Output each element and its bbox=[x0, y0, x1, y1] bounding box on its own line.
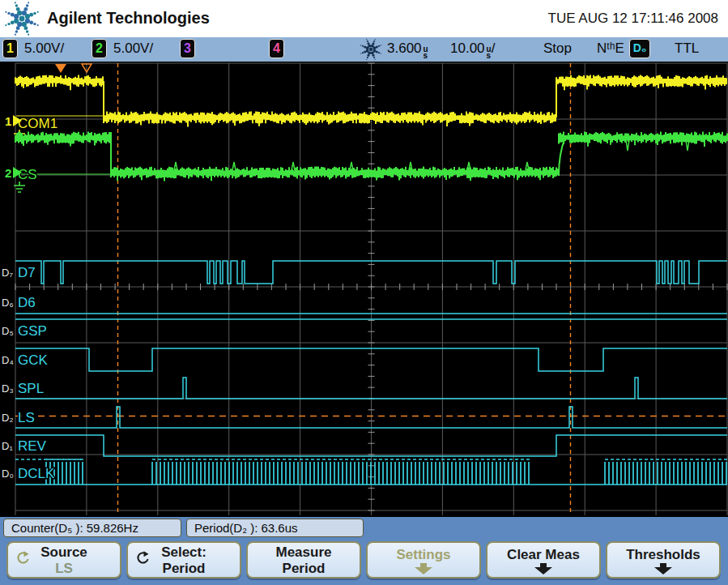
bus-id-SPL: D₃ bbox=[2, 382, 14, 395]
delay-readout: 3.600us bbox=[387, 41, 428, 59]
digital-label-GCK: GCK bbox=[18, 352, 49, 368]
waveform-display: D₇D7D₆D6D₅GSPD₄GCKD₃SPLD₂LSD₁REVD₀DCLKCO… bbox=[0, 62, 728, 517]
trigger-starburst-icon bbox=[359, 38, 383, 61]
softkey-clear-meas-label: Clear Meas bbox=[487, 547, 599, 563]
channel-3-badge[interactable]: 3 bbox=[180, 39, 195, 58]
softkey-measure[interactable]: Measure Period bbox=[246, 541, 361, 579]
bus-id-GCK: D₄ bbox=[2, 354, 14, 366]
softkey-source[interactable]: Source LS bbox=[6, 541, 121, 579]
digital-label-D7: D7 bbox=[18, 265, 36, 280]
bus-id-D7: D₇ bbox=[2, 267, 13, 279]
run-state-label: Stop bbox=[543, 41, 572, 57]
knob-icon bbox=[134, 550, 151, 565]
digital-label-REV: REV bbox=[18, 438, 47, 454]
period-readout: Period(D₂ ): 63.6us bbox=[186, 519, 364, 537]
digital-label-DCLK: DCLK bbox=[18, 466, 55, 481]
trigger-source-badge[interactable]: D₀ bbox=[629, 39, 650, 58]
trace-DCLK-burst bbox=[46, 462, 726, 485]
softkey-measure-label1: Measure bbox=[248, 544, 360, 561]
brand-name: Agilent Technologies bbox=[47, 9, 210, 28]
digital-label-D6: D6 bbox=[18, 295, 36, 310]
softkey-clear-meas[interactable]: Clear Meas bbox=[486, 541, 601, 579]
softkey-settings[interactable]: Settings bbox=[366, 541, 481, 579]
softkey-thresholds[interactable]: Thresholds bbox=[606, 541, 721, 579]
header-bar: Agilent Technologies TUE AUG 12 17:11:46… bbox=[0, 0, 728, 37]
softkey-settings-label: Settings bbox=[368, 547, 479, 563]
channel-2-marker[interactable]: 2 bbox=[5, 166, 11, 180]
bus-id-GSP: D₅ bbox=[2, 325, 14, 337]
bus-id-REV: D₁ bbox=[2, 440, 13, 452]
glitches-ch2 bbox=[174, 140, 689, 170]
softkey-thresholds-label: Thresholds bbox=[607, 547, 719, 563]
softkey-measure-label2: Period bbox=[248, 561, 360, 576]
status-bar: 1 5.00V/ 2 5.00V/ 3 4 3.600us 10.00us/ S… bbox=[0, 37, 728, 62]
digital-label-SPL: SPL bbox=[18, 381, 44, 396]
bottom-bar: Counter(D₅ ): 59.826Hz Period(D₂ ): 63.6… bbox=[0, 517, 728, 585]
trigger-mode-label: NᵗʰE bbox=[597, 41, 624, 57]
agilent-logo-icon bbox=[2, 1, 44, 36]
channel-4-badge[interactable]: 4 bbox=[269, 39, 284, 58]
analog-label-COM1: COM1 bbox=[18, 116, 57, 131]
channel-2-badge[interactable]: 2 bbox=[92, 39, 107, 58]
down-arrow-icon bbox=[650, 563, 676, 574]
softkey-select[interactable]: Select: Period bbox=[126, 541, 241, 579]
channel-2-scale: 5.00V/ bbox=[113, 41, 153, 57]
digital-label-GSP: GSP bbox=[18, 323, 47, 339]
bus-id-DCLK: D₀ bbox=[2, 468, 14, 480]
channel-1-marker[interactable]: 1 bbox=[5, 114, 11, 128]
counter-readout: Counter(D₅ ): 59.826Hz bbox=[3, 519, 181, 537]
down-arrow-icon bbox=[530, 563, 556, 574]
oscilloscope-screen: Agilent Technologies TUE AUG 12 17:11:46… bbox=[0, 0, 728, 585]
channel-1-badge[interactable]: 1 bbox=[2, 39, 18, 58]
bus-id-LS: D₂ bbox=[2, 412, 13, 424]
threshold-mode-label: TTL bbox=[675, 41, 699, 57]
digital-label-LS: LS bbox=[18, 410, 35, 425]
knob-icon bbox=[15, 550, 31, 565]
down-arrow-icon bbox=[411, 563, 436, 574]
bus-id-D6: D₆ bbox=[2, 297, 14, 309]
analog-label-CS: CS bbox=[18, 167, 37, 182]
timebase-readout: 10.00us/ bbox=[450, 41, 495, 59]
channel-1-scale: 5.00V/ bbox=[24, 41, 64, 57]
datetime-label: TUE AUG 12 17:11:46 2008 bbox=[548, 11, 718, 27]
time-ref-marker[interactable] bbox=[55, 64, 66, 73]
time-cursors[interactable] bbox=[118, 63, 571, 515]
